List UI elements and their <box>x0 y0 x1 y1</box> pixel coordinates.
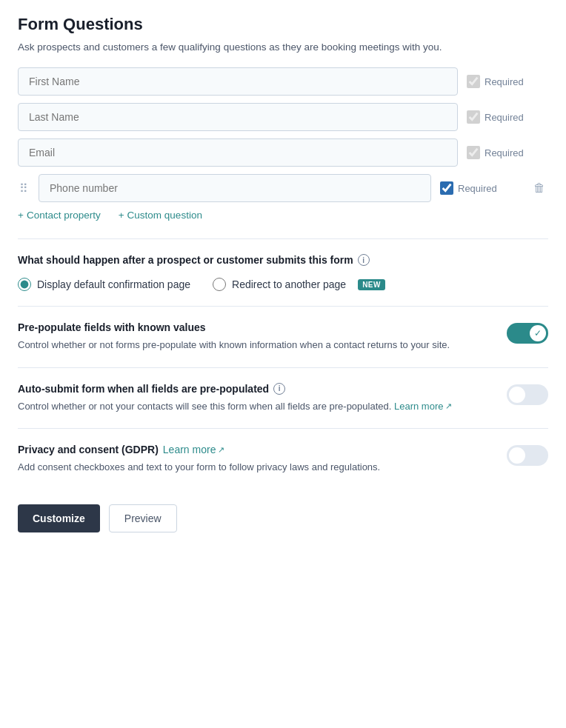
external-link-icon-auto: ↗ <box>445 400 452 413</box>
required-group-phone: Required <box>440 181 522 195</box>
required-checkbox-first-name[interactable] <box>467 75 480 88</box>
required-label-email: Required <box>485 147 524 158</box>
required-label-first-name: Required <box>485 76 524 87</box>
preview-button[interactable]: Preview <box>109 504 177 532</box>
field-row-first-name: Required <box>18 67 548 96</box>
toggle-bg-privacy[interactable] <box>507 445 548 466</box>
pre-populate-toggle[interactable]: ✓ <box>507 323 548 344</box>
redirect-label: Redirect to another page <box>232 278 346 290</box>
add-contact-property-button[interactable]: + Contact property <box>18 210 101 221</box>
divider-4 <box>18 428 548 429</box>
plus-icon-custom: + <box>119 210 124 221</box>
external-link-icon-privacy: ↗ <box>218 445 224 455</box>
add-custom-question-button[interactable]: + Custom question <box>119 210 202 221</box>
field-row-email: Required <box>18 138 548 167</box>
field-row-last-name: Required <box>18 103 548 131</box>
required-checkbox-phone[interactable] <box>440 181 453 195</box>
privacy-section: Privacy and consent (GDPR) Learn more ↗ … <box>18 444 548 475</box>
auto-submit-description: Control whether or not your contacts wil… <box>18 399 492 414</box>
divider-1 <box>18 238 548 239</box>
customize-button[interactable]: Customize <box>18 504 100 532</box>
pre-populate-description: Control whether or not forms pre-populat… <box>18 338 492 353</box>
redirect-radio[interactable] <box>213 278 226 291</box>
privacy-text: Privacy and consent (GDPR) Learn more ↗ … <box>18 444 507 475</box>
delete-phone-button[interactable]: 🗑 <box>530 180 548 196</box>
divider-2 <box>18 306 548 307</box>
toggle-bg-auto-submit[interactable] <box>507 384 548 405</box>
last-name-input[interactable] <box>18 103 458 131</box>
toggle-knob-privacy <box>509 447 525 464</box>
privacy-title: Privacy and consent (GDPR) Learn more ↗ <box>18 444 492 455</box>
auto-submit-toggle[interactable] <box>507 384 548 405</box>
required-checkbox-email[interactable] <box>467 146 480 159</box>
toggle-knob-pre-populate: ✓ <box>530 325 546 341</box>
form-submit-section: What should happen after a prospect or c… <box>18 254 548 291</box>
add-contact-label: Contact property <box>27 210 101 221</box>
plus-icon-contact: + <box>18 210 24 221</box>
privacy-toggle[interactable] <box>507 445 548 466</box>
display-default-radio[interactable] <box>18 278 31 291</box>
add-buttons-row: + Contact property + Custom question <box>18 210 548 221</box>
auto-submit-learn-more[interactable]: Learn more ↗ <box>394 399 452 414</box>
toggle-knob-auto-submit <box>509 387 525 403</box>
form-submit-title: What should happen after a prospect or c… <box>18 254 548 266</box>
required-label-phone: Required <box>458 183 497 194</box>
email-input[interactable] <box>18 138 458 167</box>
drag-handle-phone[interactable]: ⠿ <box>18 181 30 196</box>
required-group-first-name: Required <box>467 75 548 88</box>
privacy-description: Add consent checkboxes and text to your … <box>18 460 492 475</box>
auto-submit-text: Auto-submit form when all fields are pre… <box>18 383 507 414</box>
divider-3 <box>18 367 548 368</box>
toggle-bg-pre-populate[interactable]: ✓ <box>507 323 548 344</box>
form-submit-info-icon[interactable]: i <box>358 254 370 266</box>
form-fields-list: Required Required Required ⠿ Required 🗑 <box>18 67 548 202</box>
privacy-learn-more[interactable]: Learn more ↗ <box>163 444 225 455</box>
phone-input[interactable] <box>39 174 431 202</box>
pre-populate-text: Pre-populate fields with known values Co… <box>18 321 507 353</box>
required-group-email: Required <box>467 146 548 159</box>
redirect-option[interactable]: Redirect to another page NEW <box>213 278 385 291</box>
required-group-last-name: Required <box>467 110 548 124</box>
add-custom-label: Custom question <box>127 210 202 221</box>
pre-populate-section: Pre-populate fields with known values Co… <box>18 321 548 353</box>
new-badge: NEW <box>358 279 385 290</box>
page-subtitle: Ask prospects and customers a few qualif… <box>18 41 548 53</box>
pre-populate-title: Pre-populate fields with known values <box>18 321 492 333</box>
required-checkbox-last-name[interactable] <box>467 110 480 124</box>
bottom-buttons: Customize Preview <box>18 497 548 532</box>
display-default-option[interactable]: Display default confirmation page <box>18 278 190 291</box>
first-name-input[interactable] <box>18 67 458 96</box>
display-default-label: Display default confirmation page <box>37 278 190 290</box>
auto-submit-info-icon[interactable]: i <box>273 383 285 395</box>
required-label-last-name: Required <box>485 112 524 123</box>
page-title: Form Questions <box>18 15 548 34</box>
radio-options: Display default confirmation page Redire… <box>18 278 548 291</box>
auto-submit-section: Auto-submit form when all fields are pre… <box>18 383 548 414</box>
auto-submit-title: Auto-submit form when all fields are pre… <box>18 383 492 395</box>
field-row-phone: ⠿ Required 🗑 <box>18 174 548 202</box>
